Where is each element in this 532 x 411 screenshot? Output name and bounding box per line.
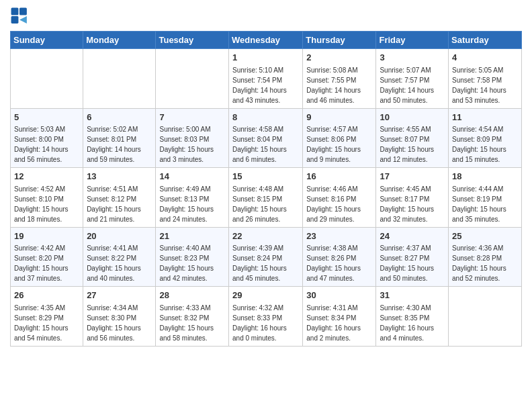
day-cell-34 — [449, 287, 522, 347]
week-row-3: 12Sunrise: 4:52 AMSunset: 8:10 PMDayligh… — [11, 168, 522, 228]
day-number: 23 — [306, 230, 372, 242]
day-info: Sunrise: 4:39 AMSunset: 8:24 PMDaylight:… — [232, 244, 287, 282]
day-cell-1 — [83, 49, 156, 109]
day-number: 10 — [380, 111, 445, 124]
day-cell-2 — [156, 49, 229, 109]
day-info: Sunrise: 4:44 AMSunset: 8:19 PMDaylight:… — [452, 185, 506, 223]
day-cell-29: 27Sunrise: 4:34 AMSunset: 8:30 PMDayligh… — [83, 287, 156, 347]
day-info: Sunrise: 5:02 AMSunset: 8:01 PMDaylight:… — [87, 126, 141, 163]
day-cell-12: 10Sunrise: 4:55 AMSunset: 8:07 PMDayligh… — [376, 108, 449, 168]
dow-header-saturday: Saturday — [449, 32, 522, 49]
dow-header-friday: Friday — [376, 32, 449, 49]
dow-header-wednesday: Wednesday — [229, 32, 303, 49]
day-info: Sunrise: 4:55 AMSunset: 8:07 PMDaylight:… — [380, 126, 434, 163]
day-cell-4: 2Sunrise: 5:08 AMSunset: 7:55 PMDaylight… — [303, 49, 376, 109]
day-cell-25: 23Sunrise: 4:38 AMSunset: 8:26 PMDayligh… — [303, 227, 376, 287]
day-info: Sunrise: 4:31 AMSunset: 8:34 PMDaylight:… — [306, 304, 361, 342]
day-info: Sunrise: 5:03 AMSunset: 8:00 PMDaylight:… — [14, 126, 69, 163]
day-number: 20 — [87, 230, 152, 242]
day-info: Sunrise: 4:45 AMSunset: 8:17 PMDaylight:… — [380, 185, 434, 223]
day-cell-19: 17Sunrise: 4:45 AMSunset: 8:17 PMDayligh… — [376, 168, 449, 228]
week-row-2: 5Sunrise: 5:03 AMSunset: 8:00 PMDaylight… — [11, 108, 522, 168]
day-info: Sunrise: 5:00 AMSunset: 8:03 PMDaylight:… — [159, 126, 214, 163]
logo — [10, 7, 32, 26]
day-number: 21 — [159, 230, 225, 242]
day-cell-33: 31Sunrise: 4:30 AMSunset: 8:35 PMDayligh… — [376, 287, 449, 347]
day-number: 11 — [452, 111, 518, 124]
day-number: 24 — [380, 230, 445, 242]
day-cell-17: 15Sunrise: 4:48 AMSunset: 8:15 PMDayligh… — [229, 168, 303, 228]
day-cell-28: 26Sunrise: 4:35 AMSunset: 8:29 PMDayligh… — [11, 287, 83, 347]
day-cell-20: 18Sunrise: 4:44 AMSunset: 8:19 PMDayligh… — [449, 168, 522, 228]
day-cell-3: 1Sunrise: 5:10 AMSunset: 7:54 PMDaylight… — [229, 49, 303, 109]
day-number: 16 — [306, 171, 372, 183]
day-cell-23: 21Sunrise: 4:40 AMSunset: 8:23 PMDayligh… — [156, 227, 229, 287]
day-info: Sunrise: 4:57 AMSunset: 8:06 PMDaylight:… — [306, 126, 361, 163]
day-number: 9 — [306, 111, 372, 124]
day-cell-5: 3Sunrise: 5:07 AMSunset: 7:57 PMDaylight… — [376, 49, 449, 109]
day-number: 8 — [232, 111, 299, 124]
day-info: Sunrise: 5:05 AMSunset: 7:58 PMDaylight:… — [452, 66, 506, 104]
day-number: 28 — [159, 289, 225, 302]
svg-marker-3 — [19, 16, 27, 24]
day-cell-30: 28Sunrise: 4:33 AMSunset: 8:32 PMDayligh… — [156, 287, 229, 347]
day-info: Sunrise: 4:54 AMSunset: 8:09 PMDaylight:… — [452, 126, 506, 163]
day-number: 31 — [380, 289, 445, 302]
day-info: Sunrise: 4:48 AMSunset: 8:15 PMDaylight:… — [232, 185, 287, 223]
day-number: 18 — [452, 171, 518, 183]
day-info: Sunrise: 4:40 AMSunset: 8:23 PMDaylight:… — [159, 244, 214, 282]
day-info: Sunrise: 4:46 AMSunset: 8:16 PMDaylight:… — [306, 185, 361, 223]
day-info: Sunrise: 5:08 AMSunset: 7:55 PMDaylight:… — [306, 66, 361, 104]
day-number: 5 — [14, 111, 79, 124]
day-cell-9: 7Sunrise: 5:00 AMSunset: 8:03 PMDaylight… — [156, 108, 229, 168]
day-number: 3 — [380, 52, 445, 64]
day-number: 25 — [452, 230, 518, 242]
day-info: Sunrise: 4:52 AMSunset: 8:10 PMDaylight:… — [14, 185, 69, 223]
day-cell-13: 11Sunrise: 4:54 AMSunset: 8:09 PMDayligh… — [449, 108, 522, 168]
day-number: 13 — [87, 171, 152, 183]
dow-header-tuesday: Tuesday — [156, 32, 229, 49]
day-info: Sunrise: 4:58 AMSunset: 8:04 PMDaylight:… — [232, 126, 287, 163]
calendar-body: 1Sunrise: 5:10 AMSunset: 7:54 PMDaylight… — [11, 49, 522, 347]
svg-rect-1 — [19, 8, 27, 15]
week-row-1: 1Sunrise: 5:10 AMSunset: 7:54 PMDaylight… — [11, 49, 522, 109]
day-info: Sunrise: 4:42 AMSunset: 8:20 PMDaylight:… — [14, 244, 69, 282]
header — [10, 7, 522, 26]
day-cell-22: 20Sunrise: 4:41 AMSunset: 8:22 PMDayligh… — [83, 227, 156, 287]
day-info: Sunrise: 4:32 AMSunset: 8:33 PMDaylight:… — [232, 304, 287, 342]
day-info: Sunrise: 4:41 AMSunset: 8:22 PMDaylight:… — [87, 244, 141, 282]
day-cell-10: 8Sunrise: 4:58 AMSunset: 8:04 PMDaylight… — [229, 108, 303, 168]
day-info: Sunrise: 5:10 AMSunset: 7:54 PMDaylight:… — [232, 66, 287, 104]
day-number: 26 — [14, 289, 79, 302]
day-info: Sunrise: 4:38 AMSunset: 8:26 PMDaylight:… — [306, 244, 361, 282]
day-number: 14 — [159, 171, 225, 183]
day-cell-26: 24Sunrise: 4:37 AMSunset: 8:27 PMDayligh… — [376, 227, 449, 287]
day-cell-8: 6Sunrise: 5:02 AMSunset: 8:01 PMDaylight… — [83, 108, 156, 168]
day-info: Sunrise: 4:36 AMSunset: 8:28 PMDaylight:… — [452, 244, 506, 282]
day-cell-0 — [11, 49, 83, 109]
day-number: 30 — [306, 289, 372, 302]
day-number: 1 — [232, 52, 299, 64]
day-number: 19 — [14, 230, 79, 242]
day-number: 29 — [232, 289, 299, 302]
day-info: Sunrise: 4:49 AMSunset: 8:13 PMDaylight:… — [159, 185, 214, 223]
day-cell-27: 25Sunrise: 4:36 AMSunset: 8:28 PMDayligh… — [449, 227, 522, 287]
day-number: 7 — [159, 111, 225, 124]
day-number: 4 — [452, 52, 518, 64]
svg-rect-0 — [11, 8, 19, 15]
day-of-week-row: SundayMondayTuesdayWednesdayThursdayFrid… — [11, 32, 522, 49]
dow-header-sunday: Sunday — [11, 32, 83, 49]
day-cell-32: 30Sunrise: 4:31 AMSunset: 8:34 PMDayligh… — [303, 287, 376, 347]
day-number: 2 — [306, 52, 372, 64]
day-info: Sunrise: 5:07 AMSunset: 7:57 PMDaylight:… — [380, 66, 434, 104]
day-cell-21: 19Sunrise: 4:42 AMSunset: 8:20 PMDayligh… — [11, 227, 83, 287]
day-number: 15 — [232, 171, 299, 183]
day-cell-24: 22Sunrise: 4:39 AMSunset: 8:24 PMDayligh… — [229, 227, 303, 287]
dow-header-thursday: Thursday — [303, 32, 376, 49]
page: SundayMondayTuesdayWednesdayThursdayFrid… — [0, 0, 532, 411]
day-info: Sunrise: 4:30 AMSunset: 8:35 PMDaylight:… — [380, 304, 434, 342]
day-info: Sunrise: 4:37 AMSunset: 8:27 PMDaylight:… — [380, 244, 434, 282]
week-row-5: 26Sunrise: 4:35 AMSunset: 8:29 PMDayligh… — [11, 287, 522, 347]
day-number: 27 — [87, 289, 152, 302]
day-number: 17 — [380, 171, 445, 183]
